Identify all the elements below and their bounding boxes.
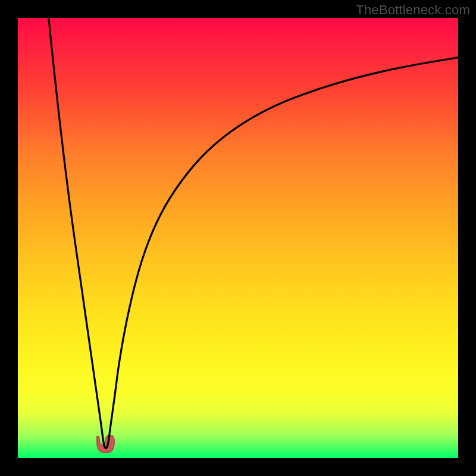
chart-svg [18, 18, 458, 458]
outer-frame: TheBottleneck.com [0, 0, 476, 476]
min-marker [97, 436, 114, 452]
plot-area [18, 18, 458, 458]
bottleneck-curve [49, 18, 458, 448]
watermark-text: TheBottleneck.com [356, 2, 470, 18]
